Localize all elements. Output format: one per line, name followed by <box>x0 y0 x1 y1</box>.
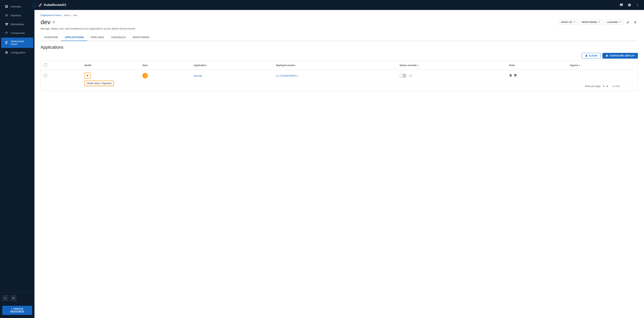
argo-cd-label: ARGO CD <box>561 21 572 24</box>
section-actions: CLEAN CONFIGURE DEPLOY <box>40 53 638 59</box>
svg-rect-2 <box>5 7 6 8</box>
sidebar: ‹ Overview Pipelines Marketplace Compone… <box>0 0 34 318</box>
sidebar-item-pipelines[interactable]: Pipelines <box>1 11 33 20</box>
sidebar-item-label: Configuration <box>11 51 26 54</box>
tab-applications[interactable]: APPLICATIONS <box>61 34 87 41</box>
applications-section-title: Applications <box>40 45 638 50</box>
ingress-info-icon[interactable]: ℹ <box>579 64 580 67</box>
diamond-icon <box>4 31 8 35</box>
row-sync-cell <box>139 70 191 82</box>
row-checkbox[interactable] <box>44 74 47 77</box>
col-checkbox <box>41 61 81 70</box>
row-deployed-version-cell: 0.1.0-SNAPSHOT.1 <box>273 70 396 82</box>
logging-button[interactable]: LOGGING ↗ <box>604 20 623 25</box>
rocket-icon: 🚀 <box>38 3 42 7</box>
sidebar-nav: Overview Pipelines Marketplace Component… <box>0 0 34 292</box>
sidebar-toggle[interactable]: ‹ <box>32 3 37 8</box>
tab-overview[interactable]: OVERVIEW <box>40 34 61 41</box>
values-override-toggle[interactable] <box>400 74 406 78</box>
settings-bottom-icon[interactable]: ⚙ <box>10 295 16 301</box>
create-resource-button[interactable]: + CREATE RESOURCE <box>2 306 32 315</box>
version-link[interactable]: 0.1.0-SNAPSHOT.1 <box>276 74 298 77</box>
more-icon[interactable] <box>635 2 640 8</box>
pods-image-icon[interactable] <box>514 74 517 78</box>
external-link-icon-3: ↗ <box>619 21 621 23</box>
configure-deploy-button[interactable]: CONFIGURE DEPLOY <box>602 53 638 59</box>
page-title-row: dev ⧉ ARGO CD ↗ MONITORING ↗ LOGGING ↗ <box>40 19 638 26</box>
copy-icon[interactable]: ⧉ <box>52 20 55 24</box>
edit-bottom-icon[interactable]: ✏ <box>2 295 8 301</box>
pipeline-icon <box>4 14 8 17</box>
col-deployed-version: Deployed version <box>273 61 396 70</box>
page-content: Deployment Flows / demo / dev dev ⧉ ARGO… <box>34 10 644 318</box>
values-override-info-icon[interactable]: ℹ <box>417 64 418 67</box>
grid-icon <box>4 5 8 9</box>
configure-deploy-label: CONFIGURE DEPLOY <box>609 54 635 57</box>
col-sync-label: Sync <box>142 64 148 67</box>
monitoring-button[interactable]: MONITORING ↗ <box>579 20 602 25</box>
sidebar-item-label: Marketplace <box>11 23 24 26</box>
info-icon[interactable] <box>627 2 632 8</box>
col-application: Application <box>191 61 273 70</box>
row-values-override-cell <box>396 70 506 82</box>
prev-page-button[interactable]: ‹ <box>623 84 628 89</box>
page-title-actions: ARGO CD ↗ MONITORING ↗ LOGGING ↗ <box>558 20 638 25</box>
row-ingress-cell <box>567 70 638 82</box>
sidebar-item-label: Components <box>11 32 25 35</box>
health-tooltip: Health status: Degraded <box>84 81 114 86</box>
heart-icon: ♥ <box>86 74 88 77</box>
breadcrumb-sep-2: / <box>72 14 72 17</box>
sidebar-item-marketplace[interactable]: Marketplace <box>1 20 33 28</box>
edit-button[interactable] <box>625 20 630 25</box>
col-deployed-version-label: Deployed version <box>276 64 295 67</box>
rows-per-page-select[interactable]: 5 10 25 <box>602 85 609 88</box>
row-pods-cell <box>506 70 567 82</box>
chat-icon[interactable] <box>619 2 624 8</box>
delete-button[interactable] <box>632 20 638 25</box>
select-all-checkbox[interactable] <box>44 63 47 67</box>
tab-variables[interactable]: VARIABLES <box>108 34 129 41</box>
main-content: 🚀 KubeRocketCI Deployment Flows / demo /… <box>34 0 644 318</box>
sidebar-item-components[interactable]: Components <box>1 29 33 37</box>
sidebar-item-configuration[interactable]: Configuration <box>1 48 33 57</box>
applications-table: Health Sync Application Deployed version <box>41 61 638 82</box>
rows-per-page-label: Rows per page: <box>585 85 601 88</box>
breadcrumb-deployment-flows[interactable]: Deployment Flows <box>40 14 61 17</box>
applications-table-container: Health Sync Application Deployed version <box>40 61 638 91</box>
app-name: KubeRocketCI <box>44 3 66 7</box>
clean-button[interactable]: CLEAN <box>582 53 600 59</box>
sidebar-item-label: Overview <box>11 5 21 8</box>
row-application-cell: fast-api <box>191 70 273 82</box>
values-override-external-link[interactable] <box>408 73 413 78</box>
col-values-override-label: Values override <box>400 64 416 67</box>
svg-rect-3 <box>7 7 8 8</box>
health-badge[interactable]: ♥ <box>84 73 90 79</box>
sidebar-item-overview[interactable]: Overview <box>1 2 33 11</box>
sidebar-item-label: Deployment Flows <box>11 40 30 46</box>
monitoring-label: MONITORING <box>582 21 597 24</box>
page-subtitle: Manage, deploy, test, and troubleshoot y… <box>40 27 638 30</box>
breadcrumb-dev: dev <box>73 14 77 17</box>
col-health-label: Health <box>84 64 92 67</box>
external-link-icon-2: ↗ <box>598 21 600 23</box>
logging-label: LOGGING <box>607 21 618 24</box>
table-row: ♥ Health status: Degraded fast-api <box>41 70 638 82</box>
col-health: Health <box>81 61 139 70</box>
pagination-nav: ‹ › <box>623 84 634 89</box>
pagination-rows-per-page: Rows per page: 5 10 25 <box>585 85 609 88</box>
table-header-row: Health Sync Application Deployed version <box>41 61 638 70</box>
col-application-label: Application <box>194 64 206 67</box>
external-link-icon: ↗ <box>573 21 575 23</box>
sidebar-item-deployment-flows[interactable]: Deployment Flows <box>1 38 33 48</box>
sync-badge[interactable] <box>142 73 148 78</box>
col-pods: Pods <box>506 61 567 70</box>
pods-doc-icon[interactable] <box>509 74 512 78</box>
tab-monitoring[interactable]: MONITORING <box>129 34 153 41</box>
next-page-button[interactable]: › <box>629 84 634 89</box>
pagination-range: 1–1 of 1 <box>612 85 620 88</box>
tab-pipelines[interactable]: PIPELINES <box>87 34 108 41</box>
flows-icon <box>4 41 8 45</box>
argo-cd-button[interactable]: ARGO CD ↗ <box>558 20 578 25</box>
application-link[interactable]: fast-api <box>194 74 202 77</box>
row-checkbox-cell <box>41 70 81 82</box>
